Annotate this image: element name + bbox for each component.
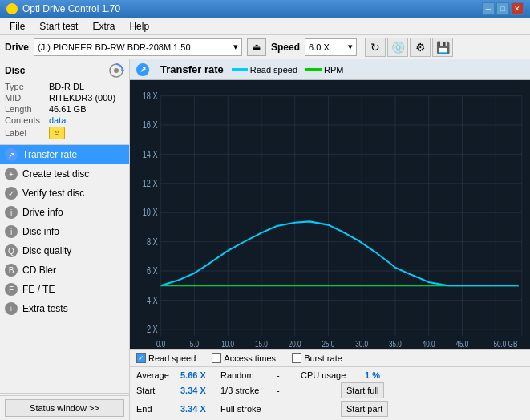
drive-value: (J:) PIONEER BD-RW BDR-208M 1.50 — [38, 42, 191, 52]
nav-extra-tests[interactable]: + Extra tests — [0, 299, 129, 318]
nav-transfer-rate-label: Transfer rate — [22, 149, 77, 160]
speed-dropdown-icon: ▾ — [348, 42, 353, 52]
start-full-button[interactable]: Start full — [341, 382, 384, 398]
svg-text:10.0: 10.0 — [221, 339, 234, 349]
close-button[interactable]: ✕ — [511, 2, 524, 15]
chart-icon-symbol: ↗ — [140, 65, 146, 74]
svg-text:0.0: 0.0 — [156, 339, 166, 349]
content-area: ↗ Transfer rate Read speed RPM — [130, 59, 530, 420]
cd-bler-icon: B — [5, 264, 18, 277]
stroke13-label: 1/3 stroke — [220, 386, 277, 395]
menu-bar: File Start test Extra Help — [0, 18, 530, 35]
drive-selector[interactable]: (J:) PIONEER BD-RW BDR-208M 1.50 ▾ — [34, 38, 242, 56]
svg-text:10 X: 10 X — [143, 207, 158, 218]
eject-button[interactable]: ⏏ — [247, 38, 266, 56]
svg-text:12 X: 12 X — [143, 178, 158, 189]
legend-rpm-label: RPM — [324, 65, 343, 75]
svg-text:40.0: 40.0 — [423, 339, 435, 349]
chart-icon: ↗ — [136, 63, 149, 76]
eject-icon: ⏏ — [253, 42, 261, 52]
nav-drive-info[interactable]: i Drive info — [0, 203, 129, 222]
nav-items: ↗ Transfer rate + Create test disc ✓ Ver… — [0, 145, 129, 391]
svg-text:16 X: 16 X — [143, 119, 158, 131]
legend-read-speed-label: Read speed — [250, 65, 297, 75]
burst-rate-checkbox[interactable]: Burst rate — [292, 353, 342, 363]
start-part-button[interactable]: Start part — [341, 401, 388, 417]
settings-button[interactable]: ⚙ — [410, 38, 431, 57]
status-window-label: Status window >> — [30, 403, 99, 413]
svg-text:45.0: 45.0 — [456, 339, 469, 349]
svg-text:6 X: 6 X — [147, 265, 158, 277]
svg-text:14 X: 14 X — [143, 148, 158, 160]
start-label: Start — [136, 386, 180, 395]
svg-text:4 X: 4 X — [147, 294, 158, 305]
drive-dropdown-icon: ▾ — [233, 42, 238, 52]
nav-cd-bler-label: CD Bler — [22, 265, 56, 276]
average-value: 5.66 X — [180, 370, 220, 380]
read-speed-checkbox-label: Read speed — [148, 353, 196, 363]
disc-label-row: Label ☺ — [5, 127, 124, 139]
app-icon — [6, 3, 18, 14]
nav-disc-info-label: Disc info — [22, 226, 59, 237]
drive-info-icon: i — [5, 206, 18, 219]
nav-fe-te[interactable]: F FE / TE — [0, 280, 129, 299]
label-icon: ☺ — [53, 129, 60, 137]
title-bar: Opti Drive Control 1.70 ─ □ ✕ — [0, 0, 530, 18]
disc-length-row: Length 46.61 GB — [5, 104, 124, 114]
disc-mid-row: MID RITEKDR3 (000) — [5, 93, 124, 103]
chart-container: 18 X 16 X 14 X 12 X 10 X 8 X 6 X 4 X 2 X… — [130, 80, 530, 349]
stats-area: Average 5.66 X Random - CPU usage 1 % St… — [130, 367, 530, 420]
chart-header: ↗ Transfer rate Read speed RPM — [130, 59, 530, 80]
drive-bar: Drive (J:) PIONEER BD-RW BDR-208M 1.50 ▾… — [0, 35, 530, 59]
access-times-checkbox-label: Access times — [224, 353, 276, 363]
transfer-rate-icon: ↗ — [5, 148, 18, 161]
speed-selector[interactable]: 6.0 X ▾ — [305, 38, 357, 56]
disc-button[interactable]: 💿 — [387, 38, 408, 57]
burst-rate-checkbox-box — [292, 353, 301, 363]
status-window-button[interactable]: Status window >> — [5, 399, 124, 417]
read-speed-checkbox[interactable]: ✓ Read speed — [136, 353, 196, 363]
disc-refresh-icon[interactable] — [108, 63, 124, 79]
burst-rate-checkbox-label: Burst rate — [304, 353, 342, 363]
disc-panel: Disc Type BD-R DL MID RITEKDR3 (000) — [0, 59, 129, 145]
menu-extra[interactable]: Extra — [86, 19, 121, 34]
drive-label: Drive — [5, 42, 29, 53]
start-part-label: Start part — [346, 404, 382, 414]
sidebar: Disc Type BD-R DL MID RITEKDR3 (000) — [0, 59, 130, 420]
disc-label-button[interactable]: ☺ — [49, 127, 65, 139]
nav-transfer-rate[interactable]: ↗ Transfer rate — [0, 145, 129, 164]
menu-start-test[interactable]: Start test — [33, 19, 84, 34]
random-value: - — [277, 370, 301, 380]
speed-value: 6.0 X — [309, 42, 330, 52]
extra-tests-icon: + — [5, 302, 18, 315]
nav-disc-info[interactable]: i Disc info — [0, 222, 129, 241]
svg-text:20.0: 20.0 — [289, 339, 301, 349]
nav-verify-test-disc[interactable]: ✓ Verify test disc — [0, 184, 129, 203]
nav-extra-tests-label: Extra tests — [22, 303, 68, 314]
menu-file[interactable]: File — [3, 19, 31, 34]
legend-rpm-color — [305, 68, 322, 71]
svg-text:35.0: 35.0 — [389, 339, 402, 349]
nav-disc-quality[interactable]: Q Disc quality — [0, 241, 129, 260]
minimize-button[interactable]: ─ — [482, 2, 495, 15]
nav-create-test-disc[interactable]: + Create test disc — [0, 164, 129, 184]
disc-contents-label: Contents — [5, 115, 49, 125]
nav-verify-test-disc-label: Verify test disc — [22, 188, 84, 199]
legend-rpm: RPM — [305, 65, 343, 75]
stroke13-value: - — [277, 386, 341, 395]
access-times-checkbox[interactable]: Access times — [212, 353, 276, 363]
refresh-button[interactable]: ↻ — [365, 38, 386, 57]
disc-contents-row: Contents data — [5, 115, 124, 125]
maximize-button[interactable]: □ — [496, 2, 509, 15]
title-bar-left: Opti Drive Control 1.70 — [6, 3, 120, 14]
disc-length-label: Length — [5, 104, 49, 114]
menu-help[interactable]: Help — [123, 19, 156, 34]
speed-label: Speed — [271, 42, 300, 53]
svg-text:2 X: 2 X — [147, 324, 158, 335]
nav-disc-quality-label: Disc quality — [22, 245, 71, 256]
nav-drive-info-label: Drive info — [22, 207, 63, 218]
svg-text:50.0 GB: 50.0 GB — [494, 339, 518, 349]
save-button[interactable]: 💾 — [432, 38, 453, 57]
nav-cd-bler[interactable]: B CD Bler — [0, 260, 129, 280]
disc-contents-value: data — [49, 115, 124, 125]
